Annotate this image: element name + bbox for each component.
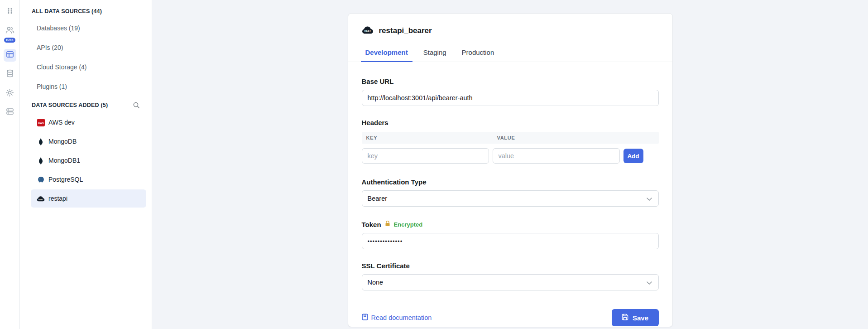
read-documentation-label: Read documentation <box>371 314 432 321</box>
page-title: restapi_bearer <box>379 26 432 35</box>
save-button[interactable]: Save <box>612 309 659 326</box>
svg-text:aws: aws <box>38 121 44 124</box>
gear-icon <box>5 88 14 99</box>
key-column-header: KEY <box>362 135 493 140</box>
tab-staging[interactable]: Staging <box>419 44 451 62</box>
sidebar-item-apis[interactable]: APIs (20) <box>31 39 146 57</box>
ssl-certificate-value: None <box>368 279 384 286</box>
users-icon <box>5 26 14 35</box>
headers-label: Headers <box>362 119 659 126</box>
apps-grid-icon <box>6 7 14 16</box>
source-label: PostgreSQL <box>48 176 83 183</box>
save-icon <box>622 314 628 322</box>
database-icon-button[interactable] <box>4 68 16 81</box>
auth-type-value: Bearer <box>368 195 388 202</box>
save-label: Save <box>633 314 648 322</box>
tab-production[interactable]: Production <box>457 44 499 62</box>
ssl-certificate-label: SSL Certificate <box>362 262 659 270</box>
mongodb-icon <box>37 137 45 145</box>
ssl-certificate-select[interactable]: None <box>362 274 659 290</box>
encrypted-badge: Encrypted <box>394 221 423 228</box>
instances-icon-button[interactable] <box>4 106 16 119</box>
base-url-input[interactable] <box>362 90 659 106</box>
list-item-aws-dev[interactable]: aws AWS dev <box>31 113 146 131</box>
document-icon <box>362 314 368 322</box>
sidebar-item-cloud-storage[interactable]: Cloud Storage (4) <box>31 58 146 76</box>
header-value-input[interactable] <box>493 148 620 164</box>
settings-icon-button[interactable] <box>4 87 16 100</box>
workspaces-icon-button[interactable] <box>4 24 16 37</box>
chevron-down-icon <box>647 279 652 286</box>
auth-type-label: Authentication Type <box>362 178 659 186</box>
read-documentation-link[interactable]: Read documentation <box>362 314 432 322</box>
auth-type-select[interactable]: Bearer <box>362 190 659 207</box>
beta-badge: Beta <box>4 38 16 43</box>
data-source-card: REST restapi_bearer Development Staging … <box>348 13 673 327</box>
data-sources-icon-button[interactable] <box>4 49 16 62</box>
svg-text:REST: REST <box>364 29 371 32</box>
server-stack-icon <box>6 107 14 117</box>
list-item-restapi[interactable]: REST restapi <box>31 189 146 208</box>
source-label: MongoDB1 <box>48 157 80 164</box>
search-icon[interactable] <box>133 102 140 109</box>
source-label: MongoDB <box>48 138 77 145</box>
mongodb-icon <box>37 156 45 164</box>
postgresql-icon <box>37 175 45 184</box>
sidebar-item-plugins[interactable]: Plugins (1) <box>31 77 146 96</box>
header-key-input[interactable] <box>362 148 489 164</box>
add-header-button[interactable]: Add <box>623 149 643 163</box>
header-row: Add <box>362 148 659 164</box>
chevron-down-icon <box>647 195 652 202</box>
aws-icon: aws <box>37 118 45 126</box>
source-label: restapi <box>48 195 67 202</box>
all-data-sources-header: ALL DATA SOURCES (44) <box>32 8 102 15</box>
restapi-icon: REST <box>362 26 374 36</box>
tab-development[interactable]: Development <box>361 44 412 62</box>
headers-table-header: KEY VALUE <box>362 132 659 144</box>
database-cylinder-icon <box>6 69 14 79</box>
app-root: Beta <box>0 0 868 329</box>
source-label: AWS dev <box>48 119 75 126</box>
environment-tabs: Development Staging Production <box>348 44 672 62</box>
base-url-label: Base URL <box>362 77 659 85</box>
apps-icon-button[interactable] <box>4 5 16 18</box>
list-item-mongodb[interactable]: MongoDB <box>31 132 146 150</box>
token-label: Token <box>362 221 381 228</box>
left-icon-rail: Beta <box>0 0 20 329</box>
list-item-mongodb1[interactable]: MongoDB1 <box>31 151 146 169</box>
data-sources-added-header: DATA SOURCES ADDED (5) <box>32 102 108 108</box>
restapi-icon: REST <box>37 194 45 203</box>
data-sources-sidebar: ALL DATA SOURCES (44) Databases (19) API… <box>20 0 152 329</box>
main-content: REST restapi_bearer Development Staging … <box>152 0 868 329</box>
token-input[interactable] <box>362 233 659 249</box>
value-column-header: VALUE <box>493 135 515 140</box>
svg-text:REST: REST <box>38 198 43 200</box>
lock-icon <box>385 220 390 228</box>
data-source-table-icon <box>6 50 14 60</box>
sidebar-item-databases[interactable]: Databases (19) <box>31 19 146 37</box>
list-item-postgresql[interactable]: PostgreSQL <box>31 170 146 189</box>
